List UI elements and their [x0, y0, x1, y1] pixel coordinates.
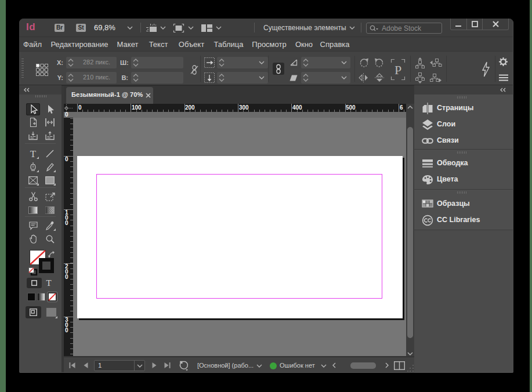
tool-frame[interactable] [26, 175, 40, 187]
menu-help[interactable]: Справка [320, 39, 350, 49]
tool-pen[interactable] [26, 161, 40, 173]
x-position-field[interactable]: 282 пикс. [66, 57, 117, 68]
horizontal-scrollbar-thumb[interactable] [350, 362, 376, 369]
tool-rectangle[interactable] [43, 175, 57, 187]
preflight-status-text[interactable]: Ошибок нет [280, 362, 315, 369]
collapse-panels-icon[interactable] [500, 88, 506, 92]
resize-grip-icon[interactable] [407, 365, 414, 372]
select-container-button[interactable]: P [391, 59, 405, 80]
last-page-icon[interactable] [164, 362, 171, 368]
scroll-down-icon[interactable] [407, 352, 413, 355]
panel-button-layers[interactable]: Слои [414, 117, 513, 133]
flip-vertical-icon[interactable] [375, 73, 384, 82]
panel-group-drag-dots[interactable] [457, 191, 468, 194]
page-number-field[interactable]: 1 [94, 360, 145, 371]
spread-view-icon[interactable] [394, 361, 405, 370]
ruler-origin-box[interactable] [64, 104, 73, 112]
zoom-level-value[interactable]: 69,8% [94, 23, 115, 32]
stepper-icon[interactable] [219, 74, 225, 82]
panel-button-cc-libraries[interactable]: CC Libraries [414, 212, 513, 228]
reference-point-proxy[interactable] [36, 64, 48, 76]
tool-note[interactable] [26, 220, 40, 232]
view-options-button[interactable] [146, 24, 157, 32]
tool-hand[interactable] [26, 233, 40, 245]
shear-angle-field[interactable] [301, 72, 350, 84]
menu-object[interactable]: Объект [179, 39, 204, 49]
tool-selection[interactable] [26, 103, 40, 115]
stepper-icon[interactable] [68, 59, 74, 67]
dropdown-icon[interactable] [259, 61, 265, 64]
menu-file[interactable]: Файл [23, 39, 42, 49]
panel-group-drag-dots[interactable] [457, 96, 468, 99]
tool-gap[interactable] [43, 117, 57, 129]
zoom-level-dropdown-icon[interactable] [127, 26, 133, 30]
rotate-clockwise-icon[interactable] [359, 58, 369, 67]
scroll-left-icon[interactable] [332, 362, 336, 368]
master-dropdown-icon[interactable] [256, 364, 262, 368]
dropdown-icon[interactable] [341, 61, 347, 64]
tool-scissors[interactable] [26, 191, 40, 203]
first-page-icon[interactable] [69, 362, 75, 368]
page-number-dropdown[interactable] [134, 361, 144, 371]
screen-mode-button[interactable] [173, 24, 184, 32]
vertical-ruler[interactable]: 0 100 200 300 [64, 118, 73, 356]
screen-mode-normal-button[interactable] [26, 306, 41, 318]
y-position-field[interactable]: 210 пикс. [66, 72, 117, 84]
constrain-proportions-off-icon[interactable] [190, 65, 198, 75]
bridge-button[interactable]: Br [55, 24, 64, 32]
menu-view[interactable]: Просмотр [252, 39, 286, 49]
stepper-icon[interactable] [68, 74, 74, 82]
tool-gradient-swatch[interactable] [26, 204, 40, 216]
workspace-switcher[interactable]: Существенные элементы [263, 24, 346, 32]
move-to-last-hierarchy-icon[interactable] [430, 74, 441, 84]
adobe-stock-search[interactable] [366, 23, 442, 34]
minimize-button[interactable] [451, 19, 466, 30]
tool-content-placer[interactable] [43, 130, 57, 142]
tool-page[interactable] [26, 117, 40, 129]
arrange-documents-dropdown-icon[interactable] [216, 26, 222, 30]
tool-pencil[interactable] [43, 161, 57, 173]
move-to-first-hierarchy-icon[interactable] [430, 59, 441, 68]
dropdown-icon[interactable] [259, 76, 265, 79]
menu-edit[interactable]: Редактирование [50, 39, 108, 49]
preflight-menu-icon[interactable] [178, 361, 189, 371]
format-container-button[interactable] [27, 278, 42, 288]
tool-eyedropper[interactable] [43, 220, 57, 232]
stroke-swatch[interactable] [39, 258, 54, 273]
close-button[interactable] [483, 19, 508, 30]
arrange-documents-button[interactable] [201, 24, 212, 32]
screen-mode-dropdown-icon[interactable] [188, 26, 194, 30]
stepper-icon[interactable] [133, 74, 139, 82]
vertical-scrollbar-thumb[interactable] [407, 127, 413, 338]
quick-actions-lightning-icon[interactable] [482, 62, 490, 77]
next-page-icon[interactable] [152, 362, 157, 368]
panel-drag-handle[interactable] [21, 59, 24, 79]
workspace-dropdown-icon[interactable] [349, 26, 355, 30]
rotate-counterclockwise-icon[interactable] [374, 58, 384, 67]
preflight-dropdown-icon[interactable] [321, 364, 327, 368]
tool-free-transform[interactable] [43, 191, 57, 203]
stepper-icon[interactable] [303, 74, 309, 82]
stock-button[interactable]: St [76, 24, 86, 32]
scroll-right-icon[interactable] [385, 362, 389, 368]
gear-icon[interactable] [499, 57, 508, 66]
stepper-icon[interactable] [219, 59, 225, 67]
maximize-button[interactable] [467, 19, 483, 30]
tool-line[interactable] [43, 148, 57, 160]
dropdown-icon[interactable] [341, 76, 347, 79]
scroll-up-icon[interactable] [407, 106, 413, 109]
menu-layout[interactable]: Макет [117, 39, 139, 49]
rotation-angle-field[interactable] [301, 57, 350, 68]
apply-gradient-button[interactable] [37, 293, 45, 301]
panel-group-drag-dots[interactable] [457, 151, 468, 154]
tool-type[interactable]: T [26, 148, 40, 160]
search-input[interactable] [382, 24, 440, 32]
panel-button-stroke[interactable]: Обводка [414, 155, 513, 172]
toolbar-drag-dots[interactable] [35, 95, 47, 97]
screen-mode-preview-button[interactable] [46, 307, 57, 317]
link-dimensions-button[interactable] [273, 63, 284, 75]
vertical-scale-field[interactable] [217, 72, 268, 84]
panel-button-pages[interactable]: Страницы [414, 100, 513, 117]
default-fill-stroke-icon[interactable] [28, 267, 37, 275]
master-page-indicator[interactable]: [Основной] (рабо... [197, 362, 254, 369]
